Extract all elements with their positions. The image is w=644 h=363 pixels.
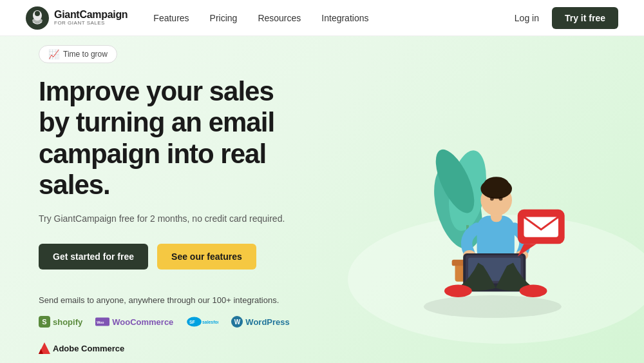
shopify-label: shopify (53, 317, 82, 327)
logo[interactable]: GiantCampaign FOR GIANT SALES (26, 6, 128, 30)
nav-links: Features Pricing Resources Integrations (153, 12, 368, 24)
wordpress-logo: W WordPress (231, 316, 289, 328)
try-free-button[interactable]: Try it free (552, 7, 618, 29)
see-features-button[interactable]: See our features (157, 244, 256, 270)
adobe-icon (39, 342, 50, 354)
svg-point-32 (520, 284, 547, 297)
wordpress-label: WordPress (245, 317, 289, 327)
shopify-icon: S (39, 316, 50, 328)
svg-text:Woo: Woo (97, 320, 104, 324)
svg-point-2 (35, 11, 40, 16)
login-link[interactable]: Log in (515, 13, 539, 23)
logo-name: GiantCampaign (54, 9, 128, 21)
logo-icon (26, 6, 49, 30)
hero-badge: 📈 Time to grow (39, 45, 117, 63)
badge-text: Time to grow (63, 50, 108, 59)
salesforce-icon: SF salesforce (186, 314, 218, 329)
svg-text:SF: SF (189, 320, 195, 324)
adobe-label: Adobe Commerce (53, 344, 124, 353)
svg-point-22 (484, 177, 509, 191)
logo-tagline: FOR GIANT SALES (54, 21, 128, 26)
hero-illustration (335, 36, 644, 363)
shopify-logo: S shopify (39, 316, 82, 328)
integration-logos: S shopify Woo WooCommerce SF sa (39, 314, 296, 354)
nav-pricing[interactable]: Pricing (210, 13, 238, 23)
svg-text:salesforce: salesforce (202, 320, 218, 324)
wordpress-icon: W (231, 316, 243, 328)
integrations-label: Send emails to anyone, anywhere through … (39, 295, 296, 305)
hero-subtitle: Try GiantCampaign free for 2 months, no … (39, 212, 296, 226)
nav-right: Log in Try it free (515, 7, 618, 29)
get-started-button[interactable]: Get started for free (39, 244, 148, 270)
nav-resources[interactable]: Resources (258, 13, 301, 23)
woocommerce-label: WooCommerce (112, 317, 173, 327)
nav-integrations[interactable]: Integrations (321, 13, 368, 23)
cta-buttons: Get started for free See our features (39, 244, 296, 270)
hero-content: 📈 Time to grow Improve your sales by tur… (0, 36, 335, 363)
salesforce-logo: SF salesforce (186, 314, 218, 329)
hero-svg-illustration (393, 93, 586, 319)
hero-section: 📈 Time to grow Improve your sales by tur… (0, 36, 644, 363)
woocommerce-icon: Woo (95, 317, 109, 326)
badge-icon: 📈 (48, 49, 59, 59)
navbar: GiantCampaign FOR GIANT SALES Features P… (0, 0, 644, 36)
svg-point-23 (490, 197, 494, 201)
hero-title: Improve your sales by turning an email c… (39, 76, 296, 201)
integrations-section: Send emails to anyone, anywhere through … (39, 295, 296, 354)
woocommerce-logo: Woo WooCommerce (95, 317, 173, 327)
svg-point-24 (499, 197, 503, 201)
svg-point-11 (424, 295, 562, 318)
nav-features[interactable]: Features (153, 13, 189, 23)
adobe-logo: Adobe Commerce (39, 342, 124, 354)
svg-point-31 (444, 284, 472, 297)
